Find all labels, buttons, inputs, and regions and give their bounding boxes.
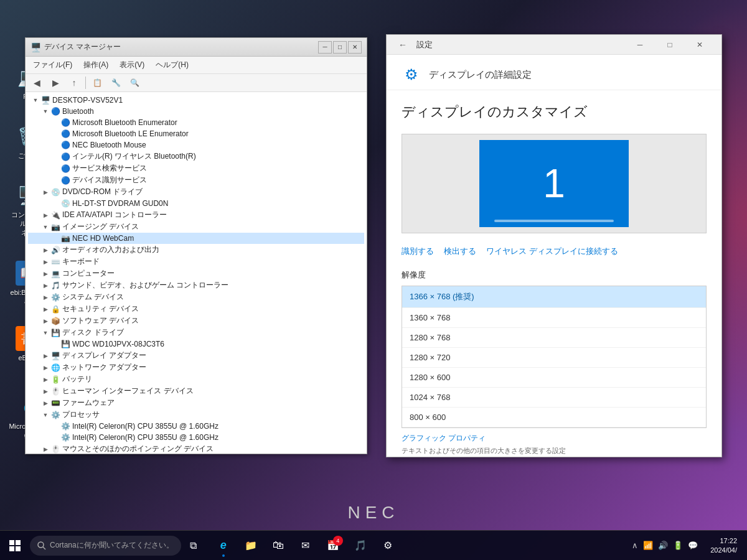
update-driver-btn[interactable]: 🔧 [107, 75, 125, 90]
forward-toolbar-btn[interactable]: ▶ [47, 75, 64, 90]
taskbar-store-icon[interactable]: 🛍 [266, 533, 291, 558]
resolution-dropdown[interactable]: 1366 × 768 (推奨) 1360 × 768 1280 × 768 12… [402, 286, 707, 428]
wifi-icon[interactable]: 📶 [643, 541, 653, 550]
taskbar-clock[interactable]: 17:22 2024/04/ [705, 536, 742, 554]
graphics-properties-link[interactable]: グラフィック プロパティ [402, 433, 707, 444]
tree-security[interactable]: ▶ 🔒 セキュリティ デバイス [28, 303, 364, 315]
tree-battery[interactable]: ▶ 🔋 バッテリ [28, 373, 364, 385]
tree-hid[interactable]: ▶ 🖱️ ヒューマン インターフェイス デバイス [28, 385, 364, 397]
dvdram-icon: 💿 [60, 198, 70, 208]
resolution-option-1366-768-recommended[interactable]: 1366 × 768 (推奨) [402, 286, 706, 308]
tree-item-service-search[interactable]: 🔵 サービス検索サービス [28, 162, 364, 174]
settings-back-button[interactable]: ← [394, 36, 411, 54]
taskbar-settings-icon[interactable]: ⚙ [375, 533, 400, 558]
taskbar-media-icon[interactable]: 🎵 [348, 533, 373, 558]
security-expander[interactable]: ▶ [40, 304, 50, 314]
resolution-option-800-600[interactable]: 800 × 600 [402, 408, 706, 427]
detect-link[interactable]: 検出する [444, 246, 476, 257]
cortana-search-bar[interactable]: Cortanaに何か聞いてみてください。 [30, 536, 181, 556]
maximize-button[interactable]: □ [333, 41, 347, 54]
identify-link[interactable]: 識別する [402, 246, 434, 257]
volume-icon[interactable]: 🔊 [658, 541, 668, 550]
taskbar-edge-icon[interactable]: e [211, 533, 236, 558]
root-expander[interactable]: ▼ [31, 95, 40, 105]
audio-expander[interactable]: ▶ [40, 245, 50, 255]
computer-expander[interactable]: ▶ [40, 269, 50, 279]
taskbar-explorer-icon[interactable]: 📁 [238, 533, 263, 558]
settings-minimize-button[interactable]: ─ [626, 35, 654, 55]
device-manager-titlebar[interactable]: 🖥️ デバイス マネージャー ─ □ ✕ [26, 38, 367, 57]
tree-ide-ata[interactable]: ▶ 🔌 IDE ATA/ATAPI コントローラー [28, 209, 364, 221]
sound-expander[interactable]: ▶ [40, 281, 50, 291]
imaging-expander[interactable]: ▼ [40, 222, 50, 232]
software-expander[interactable]: ▶ [40, 316, 50, 326]
tree-root[interactable]: ▼ 🖥️ DESKTOP-VSV52V1 [28, 95, 364, 106]
tree-imaging[interactable]: ▼ 📷 イメージング デバイス [28, 221, 364, 233]
resolution-option-1024-768[interactable]: 1024 × 768 [402, 388, 706, 408]
scan-changes-btn[interactable]: 🔍 [126, 75, 143, 90]
resolution-option-1280-768[interactable]: 1280 × 768 [402, 328, 706, 348]
tree-keyboard[interactable]: ▶ ⌨️ キーボード [28, 256, 364, 268]
bluetooth-expander[interactable]: ▼ [40, 106, 50, 116]
tree-system[interactable]: ▶ ⚙️ システム デバイス [28, 291, 364, 303]
tree-item-cpu2[interactable]: ⚙️ Intel(R) Celeron(R) CPU 3855U @ 1.60G… [28, 432, 364, 443]
chevron-up-icon[interactable]: ∧ [632, 541, 638, 550]
ide-expander[interactable]: ▶ [40, 210, 50, 220]
tree-item-intel-wireless-bt[interactable]: 🔵 インテル(R) ワイヤレス Bluetooth(R) [28, 151, 364, 162]
settings-close-button[interactable]: ✕ [685, 35, 714, 55]
tree-display-adapter[interactable]: ▶ 🖥️ ディスプレイ アダプター [28, 350, 364, 362]
hid-expander[interactable]: ▶ [40, 386, 50, 396]
tree-software[interactable]: ▶ 📦 ソフトウェア デバイス [28, 315, 364, 327]
task-view-button[interactable]: ⧉ [181, 533, 206, 558]
device-manager-tree[interactable]: ▼ 🖥️ DESKTOP-VSV52V1 ▼ 🔵 Bluetooth 🔵 Mic… [26, 92, 367, 454]
battery-tray-icon[interactable]: 🔋 [673, 541, 683, 550]
tree-processor[interactable]: ▼ ⚙️ プロセッサ [28, 409, 364, 421]
battery-expander[interactable]: ▶ [40, 375, 50, 385]
menu-file[interactable]: ファイル(F) [28, 58, 77, 72]
tree-computer[interactable]: ▶ 💻 コンピューター [28, 268, 364, 279]
processor-expander[interactable]: ▼ [40, 410, 50, 420]
tree-item-dvdram[interactable]: 💿 HL-DT-ST DVDRAM GUD0N [28, 198, 364, 209]
tree-disk[interactable]: ▼ 💾 ディスク ドライブ [28, 327, 364, 338]
close-button[interactable]: ✕ [348, 41, 362, 54]
tree-firmware[interactable]: ▶ 📟 ファームウェア [28, 397, 364, 409]
tree-item-cpu1[interactable]: ⚙️ Intel(R) Celeron(R) CPU 3855U @ 1.60G… [28, 421, 364, 432]
tree-item-nec-bt-mouse[interactable]: 🔵 NEC Bluetooth Mouse [28, 139, 364, 151]
dvd-expander[interactable]: ▶ [40, 187, 50, 197]
tree-item-device-id-service[interactable]: 🔵 デバイス識別サービス [28, 174, 364, 186]
notification-center-icon[interactable]: 💬 [688, 541, 698, 550]
network-expander[interactable]: ▶ [40, 363, 50, 373]
properties-toolbar-btn[interactable]: 📋 [88, 75, 106, 90]
display-adapter-expander[interactable]: ▶ [40, 351, 50, 361]
up-toolbar-btn[interactable]: ↑ [65, 75, 83, 90]
start-button[interactable] [0, 531, 30, 561]
tree-item-ms-bt-le[interactable]: 🔵 Microsoft Bluetooth LE Enumerator [28, 128, 364, 139]
back-toolbar-btn[interactable]: ◀ [28, 75, 45, 90]
taskbar-calendar-icon[interactable]: 📅 4 [321, 533, 345, 558]
firmware-expander[interactable]: ▶ [40, 398, 50, 408]
tree-item-ms-bt-enum[interactable]: 🔵 Microsoft Bluetooth Enumerator [28, 117, 364, 128]
tree-network[interactable]: ▶ 🌐 ネットワーク アダプター [28, 362, 364, 373]
keyboard-expander[interactable]: ▶ [40, 257, 50, 267]
tree-sound[interactable]: ▶ 🎵 サウンド、ビデオ、およびゲーム コントローラー [28, 279, 364, 291]
menu-view[interactable]: 表示(V) [115, 58, 149, 72]
resolution-option-1360-768[interactable]: 1360 × 768 [402, 308, 706, 328]
resolution-option-1280-720[interactable]: 1280 × 720 [402, 348, 706, 368]
tree-item-nec-webcam[interactable]: 📷 NEC HD WebCam [28, 233, 364, 244]
tree-audio[interactable]: ▶ 🔊 オーディオの入力および出力 [28, 244, 364, 256]
disk-expander[interactable]: ▼ [40, 328, 50, 338]
resolution-option-1280-600[interactable]: 1280 × 600 [402, 368, 706, 388]
tree-bluetooth[interactable]: ▼ 🔵 Bluetooth [28, 106, 364, 117]
taskbar-mail-icon[interactable]: ✉ [293, 533, 318, 558]
nec-webcam-icon: 📷 [60, 233, 70, 243]
wireless-display-link[interactable]: ワイヤレス ディスプレイに接続する [486, 246, 618, 257]
mouse-expander[interactable]: ▶ [40, 444, 50, 454]
tree-dvd[interactable]: ▶ 💿 DVD/CD-ROM ドライブ [28, 186, 364, 198]
menu-action[interactable]: 操作(A) [78, 58, 113, 72]
tree-item-wdc[interactable]: 💾 WDC WD10JPVX-08JC3T6 [28, 338, 364, 350]
menu-help[interactable]: ヘルプ(H) [151, 58, 194, 72]
minimize-button[interactable]: ─ [318, 41, 332, 54]
tree-mouse[interactable]: ▶ 🖱️ マウスとそのほかのポインティング デバイス [28, 443, 364, 454]
settings-maximize-button[interactable]: □ [655, 35, 684, 55]
system-expander[interactable]: ▶ [40, 292, 50, 302]
